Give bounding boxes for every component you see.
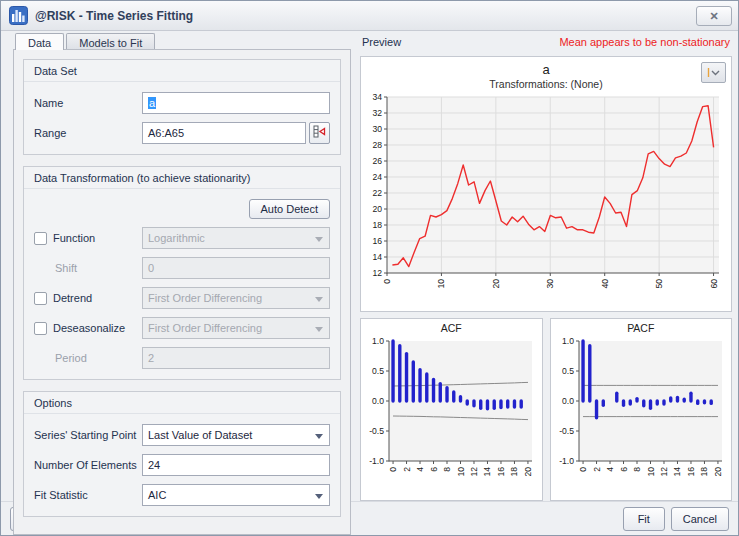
preview-chart-title: a — [361, 62, 731, 78]
close-button[interactable]: ✕ — [696, 6, 732, 26]
svg-text:16: 16 — [496, 467, 506, 477]
svg-text:0.0: 0.0 — [562, 396, 574, 406]
data-tab-page: Data Set Name a Range A6:A65 — [13, 49, 351, 535]
svg-text:10: 10 — [436, 279, 446, 289]
detrend-checkbox[interactable] — [34, 292, 47, 305]
svg-text:-0.5: -0.5 — [369, 426, 384, 436]
range-picker-button[interactable] — [309, 122, 330, 144]
function-label: Function — [53, 232, 95, 244]
range-label: Range — [34, 127, 66, 139]
svg-text:20: 20 — [372, 204, 382, 214]
acf-bar-chart: -1.0-0.50.00.51.002468101214161820 — [363, 337, 539, 489]
svg-text:14: 14 — [483, 467, 493, 477]
svg-text:8: 8 — [632, 467, 642, 472]
deseasonalize-select-value: First Order Differencing — [148, 322, 262, 334]
svg-text:2: 2 — [402, 467, 412, 472]
fit-statistic-value: AIC — [148, 489, 166, 501]
tab-data[interactable]: Data — [15, 33, 64, 50]
svg-text:14: 14 — [672, 467, 682, 477]
svg-text:6: 6 — [429, 467, 439, 472]
svg-text:0.5: 0.5 — [372, 366, 384, 376]
chevron-down-icon — [315, 434, 323, 439]
svg-text:20: 20 — [713, 467, 723, 477]
svg-text:12: 12 — [659, 467, 669, 477]
svg-text:34: 34 — [372, 92, 382, 102]
period-input: 2 — [142, 347, 330, 369]
chart-options-dropdown-button[interactable] — [701, 62, 726, 83]
svg-text:18: 18 — [510, 467, 520, 477]
titlebar: @RISK - Time Series Fitting ✕ — [1, 1, 738, 31]
fit-statistic-select[interactable]: AIC — [142, 484, 330, 506]
svg-text:0: 0 — [382, 279, 392, 284]
time-series-line-chart: 1214161820222426283032340102030405060 — [363, 92, 729, 306]
shift-input: 0 — [142, 257, 330, 279]
function-select: Logarithmic — [142, 227, 330, 249]
data-transformation-group: Data Transformation (to achieve stationa… — [23, 166, 341, 380]
name-input[interactable]: a — [142, 92, 330, 114]
tab-models-to-fit[interactable]: Models to Fit — [66, 33, 155, 49]
risk-app-icon — [9, 6, 28, 25]
period-label: Period — [55, 352, 87, 364]
svg-text:16: 16 — [686, 467, 696, 477]
starting-point-select[interactable]: Last Value of Dataset — [142, 424, 330, 446]
pacf-chart-title: PACF — [551, 322, 732, 337]
chevron-down-icon — [315, 494, 323, 499]
fit-statistic-label: Fit Statistic — [34, 489, 88, 501]
acf-chart-panel: ACF -1.0-0.50.00.51.002468101214161820 — [360, 318, 543, 501]
svg-text:1.0: 1.0 — [372, 337, 384, 346]
svg-text:-1.0: -1.0 — [559, 456, 574, 466]
svg-text:16: 16 — [372, 236, 382, 246]
svg-text:28: 28 — [372, 140, 382, 150]
deseasonalize-select: First Order Differencing — [142, 317, 330, 339]
svg-text:20: 20 — [491, 279, 501, 289]
deseasonalize-checkbox[interactable] — [34, 322, 47, 335]
fit-button[interactable]: Fit — [623, 507, 665, 531]
time-series-fitting-dialog: @RISK - Time Series Fitting ✕ Data Model… — [0, 0, 739, 536]
elements-label: Number Of Elements — [34, 459, 137, 471]
svg-text:10: 10 — [645, 467, 655, 477]
chevron-down-icon — [315, 327, 323, 332]
preview-chart-subtitle: Transformations: (None) — [361, 78, 731, 92]
range-input[interactable]: A6:A65 — [142, 122, 306, 144]
svg-text:12: 12 — [372, 268, 382, 278]
svg-text:-1.0: -1.0 — [369, 456, 384, 466]
starting-point-label: Series' Starting Point — [34, 429, 136, 441]
svg-text:0: 0 — [578, 467, 588, 472]
function-checkbox[interactable] — [34, 232, 47, 245]
pacf-chart-panel: PACF -1.0-0.50.00.51.002468101214161820 — [550, 318, 733, 501]
svg-text:6: 6 — [618, 467, 628, 472]
close-icon: ✕ — [709, 10, 718, 22]
svg-text:18: 18 — [372, 220, 382, 230]
svg-text:40: 40 — [600, 279, 610, 289]
acf-chart-title: ACF — [361, 322, 542, 337]
name-input-value: a — [148, 97, 156, 109]
svg-text:0.0: 0.0 — [372, 396, 384, 406]
preview-label: Preview — [362, 36, 401, 53]
detrend-select-value: First Order Differencing — [148, 292, 262, 304]
window-title: @RISK - Time Series Fitting — [35, 9, 193, 23]
svg-text:30: 30 — [372, 124, 382, 134]
svg-text:0: 0 — [388, 467, 398, 472]
svg-text:26: 26 — [372, 156, 382, 166]
chevron-down-icon — [315, 237, 323, 242]
svg-text:18: 18 — [699, 467, 709, 477]
cancel-button[interactable]: Cancel — [671, 507, 729, 531]
detrend-select: First Order Differencing — [142, 287, 330, 309]
svg-text:14: 14 — [372, 252, 382, 262]
auto-detect-button[interactable]: Auto Detect — [249, 199, 330, 219]
shift-label: Shift — [55, 262, 77, 274]
name-label: Name — [34, 97, 63, 109]
options-group-title: Options — [24, 392, 340, 414]
tab-strip: Data Models to Fit — [15, 33, 351, 49]
elements-input[interactable]: 24 — [142, 454, 330, 476]
chevron-down-icon — [315, 297, 323, 302]
function-select-value: Logarithmic — [148, 232, 205, 244]
svg-text:1.0: 1.0 — [562, 337, 574, 346]
detrend-label: Detrend — [53, 292, 92, 304]
chevron-down-icon — [706, 64, 721, 82]
svg-text:0.5: 0.5 — [562, 366, 574, 376]
svg-text:22: 22 — [372, 188, 382, 198]
svg-text:-0.5: -0.5 — [559, 426, 574, 436]
preview-chart-panel: a Transformations: (None) 12141618202224… — [360, 56, 732, 312]
svg-text:8: 8 — [442, 467, 452, 472]
